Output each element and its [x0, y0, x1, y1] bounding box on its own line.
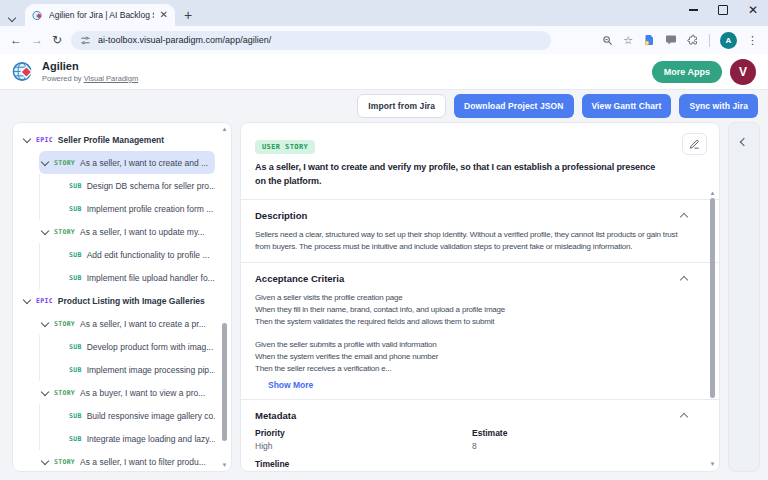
- acceptance-section-header[interactable]: Acceptance Criteria: [255, 263, 689, 284]
- docs-extension-icon[interactable]: [643, 34, 655, 46]
- tree-item-story[interactable]: STORYAs a seller, I want to create a pr.…: [19, 312, 215, 335]
- tree-item-sub[interactable]: SUBDevelop product form with imag...: [19, 335, 215, 358]
- tree-item-label: Seller Profile Management: [58, 135, 164, 145]
- more-apps-button[interactable]: More Apps: [652, 61, 722, 83]
- sub-type-badge: SUB: [69, 435, 82, 443]
- chevron-down-icon[interactable]: [41, 158, 49, 166]
- tree-item-sub[interactable]: SUBDesign DB schema for seller pro...: [19, 174, 215, 197]
- tree-item-epic[interactable]: EPICProduct Listing with Image Galleries: [19, 289, 215, 312]
- url-text: ai-toolbox.visual-paradigm.com/app/agili…: [98, 35, 271, 45]
- tree-item-label: Design DB schema for seller pro...: [87, 181, 215, 191]
- bookmark-star-icon[interactable]: ☆: [623, 35, 633, 46]
- acceptance-criteria-line: Given the seller submits a profile with …: [255, 339, 689, 351]
- tree-item-sub[interactable]: SUBImplement image processing pip...: [19, 358, 215, 381]
- view-gantt-chart-button[interactable]: View Gantt Chart: [582, 94, 672, 118]
- chevron-down-icon[interactable]: [41, 227, 49, 235]
- tab-close-icon[interactable]: ✕: [160, 10, 168, 20]
- chevron-down-icon[interactable]: [41, 319, 49, 327]
- download-project-json-button[interactable]: Download Project JSON: [454, 94, 573, 118]
- metadata-label: Estimate: [472, 428, 689, 439]
- backlog-tree: EPICSeller Profile ManagementSTORYAs a s…: [13, 128, 231, 472]
- window-close-icon[interactable]: ✕: [748, 6, 758, 14]
- chat-extension-icon[interactable]: [665, 34, 677, 46]
- sidebar-scrollbar[interactable]: ▲ ▼: [219, 125, 230, 469]
- address-bar[interactable]: ai-toolbox.visual-paradigm.com/app/agili…: [71, 31, 551, 50]
- tree-item-label: Implement profile creation form ...: [87, 204, 214, 214]
- chevron-down-icon[interactable]: [23, 296, 31, 304]
- window-minimize-icon[interactable]: [689, 9, 698, 11]
- import-from-jira-button[interactable]: Import from Jira: [357, 94, 446, 118]
- expand-panel-chevron-icon[interactable]: [740, 138, 748, 146]
- blank-line: [255, 328, 689, 339]
- window-maximize-icon[interactable]: [718, 5, 728, 15]
- tree-item-label: Product Listing with Image Galleries: [58, 296, 205, 306]
- tree-item-story[interactable]: STORYAs a seller, I want to filter produ…: [19, 450, 215, 472]
- tree-item-label: As a seller, I want to create and ...: [80, 158, 208, 168]
- tab-search-button[interactable]: [9, 15, 15, 21]
- tree-item-story[interactable]: STORYAs a seller, I want to create and .…: [39, 151, 215, 174]
- user-story-badge: USER STORY: [255, 140, 315, 154]
- metadata-section-header[interactable]: Metadata: [255, 400, 689, 421]
- extensions-puzzle-icon[interactable]: [687, 34, 699, 46]
- new-tab-button[interactable]: +: [184, 8, 192, 22]
- tree-item-epic[interactable]: EPICSeller Profile Management: [19, 128, 215, 151]
- site-settings-tune-icon[interactable]: [80, 35, 91, 46]
- show-more-link[interactable]: Show More: [268, 380, 689, 390]
- scroll-up-icon[interactable]: ▲: [710, 189, 716, 197]
- chevron-down-icon[interactable]: [41, 457, 49, 465]
- collapse-chevron-icon[interactable]: [680, 276, 688, 284]
- tab-title: Agilien for Jira | AI Backlog Stru: [49, 10, 154, 20]
- tree-item-sub[interactable]: SUBImplement profile creation form ...: [19, 197, 215, 220]
- powered-by-text: Powered by Visual Paradigm: [42, 74, 138, 83]
- actions-row: Import from JiraDownload Project JSONVie…: [357, 94, 758, 118]
- window-controls: ✕: [689, 5, 758, 15]
- sub-type-badge: SUB: [69, 343, 82, 351]
- scrollbar-thumb[interactable]: [710, 198, 715, 398]
- zoom-icon[interactable]: [602, 35, 613, 46]
- edit-story-button[interactable]: [682, 133, 707, 155]
- tree-item-story[interactable]: STORYAs a buyer, I want to view a pro...: [19, 381, 215, 404]
- menu-kebab-icon[interactable]: ⋮: [747, 34, 758, 47]
- tree-item-story[interactable]: STORYAs a seller, I want to update my...: [19, 220, 215, 243]
- tree-item-label: Implement file upload handler fo...: [87, 273, 215, 283]
- description-section-header[interactable]: Description: [255, 200, 689, 221]
- scroll-down-icon[interactable]: ▼: [222, 461, 228, 469]
- backlog-tree-panel: EPICSeller Profile ManagementSTORYAs a s…: [12, 122, 232, 472]
- tree-item-sub[interactable]: SUBImplement file upload handler fo...: [19, 266, 215, 289]
- collapse-chevron-icon[interactable]: [680, 213, 688, 221]
- sub-type-badge: SUB: [69, 412, 82, 420]
- scrollbar-thumb[interactable]: [222, 323, 227, 441]
- app-title: Agilien: [42, 60, 138, 74]
- collapsed-side-panel[interactable]: [728, 122, 760, 472]
- chevron-down-icon[interactable]: [23, 135, 31, 143]
- story-type-badge: STORY: [54, 228, 75, 236]
- tree-item-label: Implement image processing pip...: [87, 365, 215, 375]
- acceptance-criteria-line: Then the system validates the required f…: [255, 316, 689, 328]
- reload-icon[interactable]: ↻: [52, 34, 62, 46]
- sync-with-jira-button[interactable]: Sync with Jira: [679, 94, 758, 118]
- visual-paradigm-link[interactable]: Visual Paradigm: [84, 74, 138, 83]
- chevron-down-icon[interactable]: [41, 388, 49, 396]
- tree-item-sub[interactable]: SUBAdd edit functionality to profile ...: [19, 243, 215, 266]
- tree-item-label: Build responsive image gallery co...: [87, 411, 215, 421]
- sub-type-badge: SUB: [69, 251, 82, 259]
- forward-icon[interactable]: →: [31, 34, 43, 46]
- back-icon[interactable]: ←: [10, 34, 22, 46]
- scroll-up-icon[interactable]: ▲: [222, 125, 228, 133]
- tree-item-label: Develop product form with imag...: [87, 342, 214, 352]
- detail-scrollbar[interactable]: ▲ ▼: [707, 189, 718, 468]
- tree-item-sub[interactable]: SUBIntegrate image loading and lazy...: [19, 427, 215, 450]
- tree-item-sub[interactable]: SUBBuild responsive image gallery co...: [19, 404, 215, 427]
- metadata-field-priority: PriorityHigh: [255, 428, 472, 452]
- browser-profile-avatar[interactable]: A: [720, 32, 737, 49]
- collapse-chevron-icon[interactable]: [680, 413, 688, 421]
- story-type-badge: STORY: [54, 458, 75, 466]
- toolbar-right-icons: ☆ A ⋮: [602, 32, 758, 49]
- scroll-down-icon[interactable]: ▼: [710, 460, 716, 468]
- story-detail-panel: USER STORY As a seller, I want to create…: [240, 122, 720, 472]
- metadata-label: Timeline: [255, 459, 472, 470]
- browser-tab[interactable]: Agilien for Jira | AI Backlog Stru ✕: [25, 4, 175, 26]
- tree-item-label: As a buyer, I want to view a pro...: [80, 388, 205, 398]
- epic-type-badge: EPIC: [36, 136, 53, 144]
- user-avatar[interactable]: V: [730, 59, 756, 85]
